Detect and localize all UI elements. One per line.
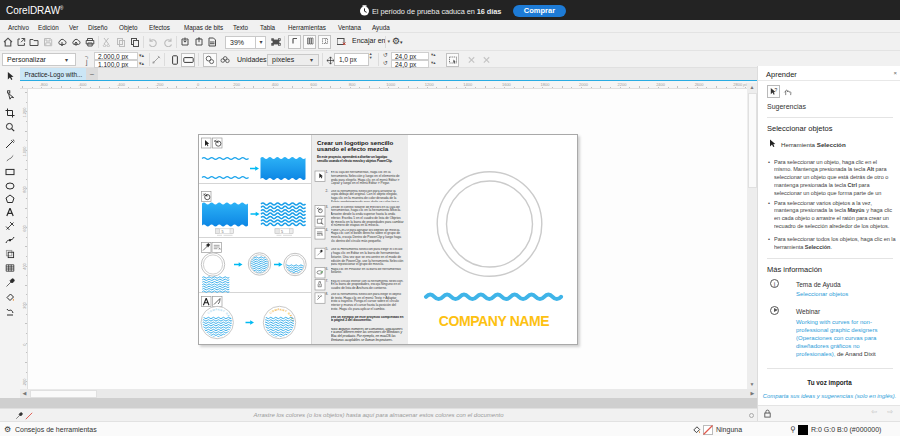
svg-text:?: ? <box>774 88 777 93</box>
svg-text:5: 5 <box>222 230 224 234</box>
svg-text:5: 5 <box>281 230 283 234</box>
